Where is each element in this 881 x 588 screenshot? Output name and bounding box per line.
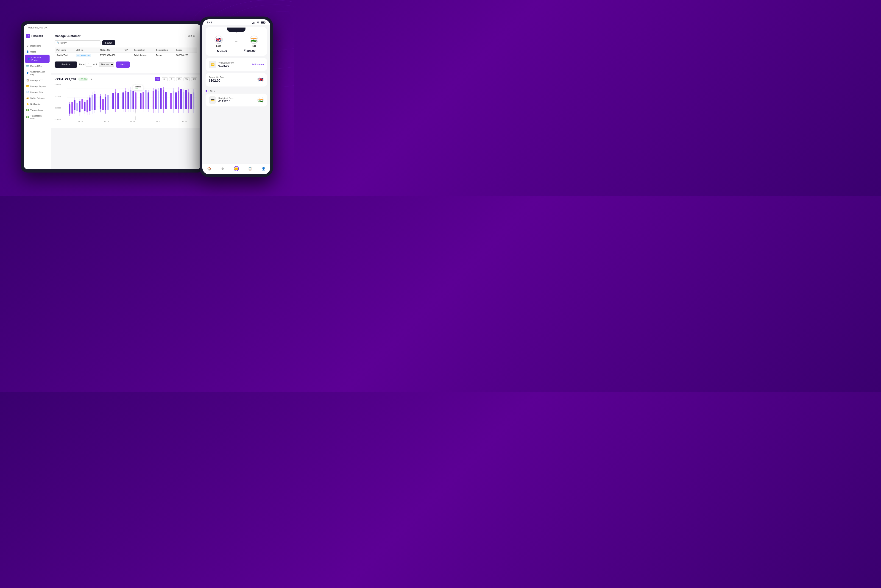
nav-home[interactable]: 🏠 bbox=[207, 166, 212, 171]
add-money-button[interactable]: Add Money bbox=[251, 63, 264, 66]
amount-info: Amount to Send €102.00 bbox=[209, 76, 225, 82]
svg-rect-32 bbox=[89, 98, 90, 111]
page-input[interactable] bbox=[86, 63, 92, 66]
nav-transfer[interactable]: 💳 bbox=[234, 166, 239, 171]
sidebar-item-pan[interactable]: 📄 Manage PAN bbox=[24, 89, 51, 95]
from-rate: € 01.00 bbox=[217, 49, 227, 52]
chart-canvas: €23,000 €21,000 €20,000 €19,000 bbox=[55, 84, 197, 125]
tf-1m[interactable]: 1M bbox=[191, 77, 197, 81]
mc-header: Manage Customer Sort By bbox=[55, 34, 197, 38]
chart-tooltip: €22,802 +1% bbox=[133, 85, 143, 90]
sidebar-item-kyc[interactable]: 📋 Manage KYC bbox=[24, 77, 51, 83]
svg-rect-96 bbox=[155, 90, 156, 109]
next-button[interactable]: Next bbox=[116, 62, 130, 68]
sidebar-label-payees: Manage Payees bbox=[30, 85, 46, 87]
tooltip-pct: +1% bbox=[135, 88, 141, 90]
svg-rect-59 bbox=[117, 93, 119, 109]
svg-rect-135 bbox=[191, 94, 192, 109]
tf-1h[interactable]: 1H bbox=[155, 77, 161, 81]
dashboard-icon: ⊙ bbox=[26, 44, 29, 47]
page-label: Page bbox=[79, 63, 84, 66]
nav-profile[interactable]: 👤 bbox=[261, 166, 266, 171]
svg-rect-53 bbox=[113, 93, 114, 109]
rows-per-page-select[interactable]: 10 rows 25 rows 50 rows bbox=[99, 62, 114, 67]
phone-notch bbox=[227, 27, 246, 32]
tablet-body: ✦ Flowcash ⊙ Dashboard 👤 Users 👤 Custome… bbox=[24, 31, 201, 169]
chart-timeframes: 1H 3H 5H 1D 1W 1M bbox=[155, 77, 197, 81]
svg-rect-123 bbox=[180, 89, 182, 109]
svg-rect-75 bbox=[132, 91, 134, 109]
sidebar-label-customer-profile: Customer Profile bbox=[32, 56, 47, 61]
svg-rect-126 bbox=[183, 92, 184, 109]
chart-dropdown-icon[interactable]: ▾ bbox=[91, 78, 92, 81]
svg-rect-35 bbox=[92, 95, 93, 110]
svg-rect-17 bbox=[77, 103, 78, 111]
svg-rect-99 bbox=[158, 91, 159, 109]
x-label-1: Jul 18 bbox=[78, 120, 83, 125]
sidebar-item-audit-log[interactable]: 👤 Customer Audit Log bbox=[24, 69, 51, 77]
svg-rect-84 bbox=[143, 92, 144, 109]
svg-rect-29 bbox=[87, 100, 88, 112]
search-input-wrap: 🔍 bbox=[55, 40, 101, 45]
to-flag: 🇮🇳 bbox=[250, 36, 258, 44]
sidebar-label-users: Users bbox=[30, 51, 36, 53]
tf-1w[interactable]: 1W bbox=[183, 77, 190, 81]
kyc-icon: 📋 bbox=[26, 79, 29, 81]
cell-salary: 600000-200... bbox=[174, 53, 197, 58]
customer-profile-icon: 👤 bbox=[27, 57, 30, 60]
tooltip-price: €22,802 bbox=[135, 86, 141, 88]
svg-rect-68 bbox=[128, 92, 129, 109]
chart-ticker: KZTM bbox=[55, 78, 63, 81]
search-input[interactable] bbox=[60, 42, 98, 44]
sidebar-item-wallet[interactable]: 💰 Wallet Balance bbox=[24, 95, 51, 101]
sidebar-item-transactions[interactable]: 💵 Transactions bbox=[24, 107, 51, 113]
y-label-1: €23,000 bbox=[55, 84, 66, 86]
svg-rect-144 bbox=[255, 21, 255, 24]
sidebar-label-kyc: Manage KYC bbox=[30, 79, 44, 81]
svg-rect-117 bbox=[175, 93, 177, 109]
previous-button[interactable]: Previous bbox=[55, 62, 77, 68]
cell-vip bbox=[123, 53, 132, 58]
tf-3h[interactable]: 3H bbox=[162, 77, 168, 81]
sidebar-item-payees[interactable]: 💳 Manage Payees bbox=[24, 83, 51, 89]
sidebar-item-notification[interactable]: 🔔 Notification bbox=[24, 101, 51, 107]
chart-section: KZTM €23,738 +23.6% ▾ 1H 3H 5H 1D 1W 1M bbox=[51, 75, 201, 128]
cell-designation: Tester bbox=[154, 53, 174, 58]
exchange-rates-row: € 01.00 ₹ 105.00 bbox=[209, 49, 264, 52]
sidebar-label-txn-monitor: Transaction Moni... bbox=[30, 114, 48, 120]
tablet-topbar: Welcome, Raj UK bbox=[24, 24, 201, 31]
from-currency: 🇬🇧 Euro bbox=[215, 36, 223, 47]
signal-icon bbox=[252, 21, 255, 24]
search-button[interactable]: Search bbox=[102, 40, 115, 45]
y-label-2: €21,000 bbox=[55, 95, 66, 97]
chart-change: +23.6% bbox=[78, 78, 88, 81]
of-label: of 1 bbox=[93, 63, 97, 66]
svg-rect-38 bbox=[94, 94, 95, 110]
svg-rect-90 bbox=[147, 93, 149, 109]
sidebar-label-audit-log: Customer Audit Log bbox=[30, 70, 48, 75]
svg-rect-105 bbox=[163, 90, 164, 109]
wallet-balance-section: 💳 Wallet Balance €125.00 Add Money bbox=[206, 58, 267, 71]
svg-rect-87 bbox=[145, 90, 146, 109]
nav-history[interactable]: 📋 bbox=[247, 166, 252, 171]
recipient-currency-flag: 🇮🇳 bbox=[257, 97, 264, 103]
sort-by-button[interactable]: Sort By bbox=[186, 34, 197, 38]
payees-icon: 💳 bbox=[26, 85, 29, 87]
tf-5h[interactable]: 5H bbox=[169, 77, 175, 81]
sidebar-item-txn-monitor[interactable]: 💵 Transaction Moni... bbox=[24, 113, 51, 121]
sidebar-label-notification: Notification bbox=[30, 103, 41, 105]
users-icon: 👤 bbox=[26, 50, 29, 53]
phone-screen: 9:41 bbox=[203, 19, 270, 174]
nav-settings[interactable]: ⚙ bbox=[220, 166, 225, 171]
sidebar-item-customer-profile[interactable]: 👤 Customer Profile bbox=[25, 55, 50, 63]
sidebar-item-expired-ids[interactable]: 🪪 Expired IDs bbox=[24, 63, 51, 69]
sidebar-item-users[interactable]: 👤 Users bbox=[24, 49, 51, 55]
amount-value: €102.00 bbox=[209, 79, 225, 82]
y-label-3: €20,000 bbox=[55, 107, 66, 109]
phone-device: 9:41 bbox=[200, 16, 273, 177]
fee-dot bbox=[206, 90, 207, 92]
transfer-nav-icon: 💳 bbox=[234, 166, 239, 171]
sidebar-item-dashboard[interactable]: ⊙ Dashboard bbox=[24, 43, 51, 49]
tf-1d[interactable]: 1D bbox=[176, 77, 182, 81]
amount-label: Amount to Send bbox=[209, 76, 225, 79]
